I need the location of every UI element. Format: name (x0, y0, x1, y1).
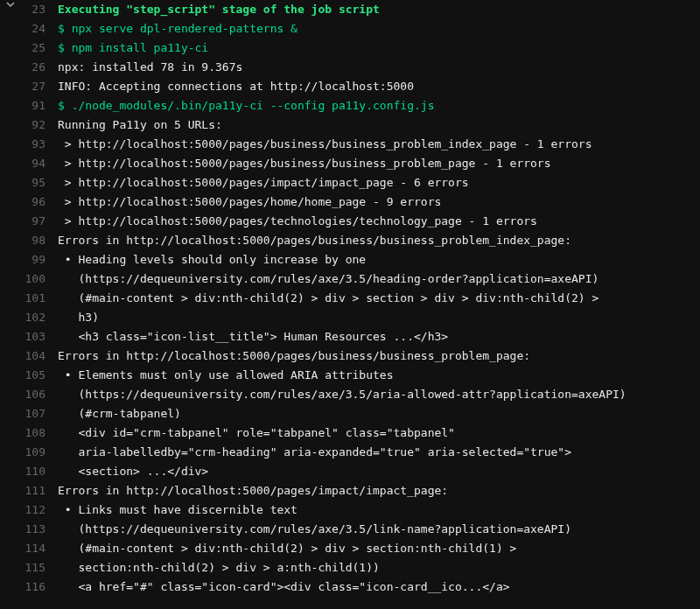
line-number: 25 (21, 38, 58, 58)
line-content: (#main-content > div:nth-child(2) > div … (58, 539, 700, 558)
log-line: 105 • Elements must only use allowed ARI… (0, 366, 700, 385)
log-line: 24$ npx serve dpl-rendered-patterns & (0, 19, 700, 38)
line-content: $ npx serve dpl-rendered-patterns & (58, 19, 700, 38)
line-content: > http://localhost:5000/pages/business/b… (58, 135, 700, 154)
log-line: 27INFO: Accepting connections at http://… (0, 77, 700, 96)
line-number: 105 (21, 366, 58, 385)
log-line: 91$ ./node_modules/.bin/pa11y-ci --confi… (0, 96, 700, 116)
line-number: 100 (21, 270, 58, 289)
log-line: 23Executing "step_script" stage of the j… (0, 0, 700, 19)
log-line: 111Errors in http://localhost:5000/pages… (0, 481, 700, 500)
line-number: 93 (21, 135, 58, 154)
line-content: (https://dequeuniversity.com/rules/axe/3… (58, 520, 700, 539)
line-content: section:nth-child(2) > div > a:nth-child… (58, 558, 700, 578)
log-line: 106 (https://dequeuniversity.com/rules/a… (0, 385, 700, 404)
line-number: 106 (21, 385, 58, 404)
line-number: 116 (21, 578, 58, 597)
line-number: 110 (21, 462, 58, 481)
line-content: > http://localhost:5000/pages/home/home_… (58, 192, 700, 212)
line-number: 101 (21, 289, 58, 308)
line-number: 111 (21, 481, 58, 500)
line-content: • Links must have discernible text (58, 500, 700, 520)
log-line: 115 section:nth-child(2) > div > a:nth-c… (0, 558, 700, 578)
line-number: 115 (21, 558, 58, 578)
line-content: <a href="#" class="icon-card"><div class… (58, 578, 700, 597)
line-content: (#crm-tabpanel) (58, 404, 700, 424)
log-line: 107 (#crm-tabpanel) (0, 404, 700, 424)
log-line: 96 > http://localhost:5000/pages/home/ho… (0, 192, 700, 212)
line-content: h3) (58, 308, 700, 327)
line-content: aria-labelledby="crm-heading" aria-expan… (58, 443, 700, 462)
line-content: INFO: Accepting connections at http://lo… (58, 77, 700, 96)
line-number: 95 (21, 173, 58, 192)
log-line: 104Errors in http://localhost:5000/pages… (0, 346, 700, 366)
log-line: 100 (https://dequeuniversity.com/rules/a… (0, 270, 700, 289)
line-number: 104 (21, 346, 58, 366)
line-number: 91 (21, 96, 58, 116)
line-number: 114 (21, 539, 58, 558)
line-content: • Heading levels should only increase by… (58, 250, 700, 270)
log-line: 99 • Heading levels should only increase… (0, 250, 700, 270)
line-number: 107 (21, 404, 58, 424)
line-number: 27 (21, 77, 58, 96)
line-content: (https://dequeuniversity.com/rules/axe/3… (58, 385, 700, 404)
line-content: > http://localhost:5000/pages/business/b… (58, 154, 700, 173)
line-content: $ npm install pa11y-ci (58, 38, 700, 58)
log-line: 114 (#main-content > div:nth-child(2) > … (0, 539, 700, 558)
line-number: 23 (21, 0, 58, 19)
log-line: 112 • Links must have discernible text (0, 500, 700, 520)
line-number: 99 (21, 250, 58, 270)
line-number: 96 (21, 192, 58, 212)
log-line: 113 (https://dequeuniversity.com/rules/a… (0, 520, 700, 539)
log-line: 98Errors in http://localhost:5000/pages/… (0, 231, 700, 250)
line-number: 102 (21, 308, 58, 327)
log-line: 102 h3) (0, 308, 700, 327)
line-number: 98 (21, 231, 58, 250)
log-line: 109 aria-labelledby="crm-heading" aria-e… (0, 443, 700, 462)
log-line: 97 > http://localhost:5000/pages/technol… (0, 212, 700, 231)
log-line: 108 <div id="crm-tabpanel" role="tabpane… (0, 424, 700, 443)
line-content: $ ./node_modules/.bin/pa11y-ci --config … (58, 96, 700, 116)
log-line: 95 > http://localhost:5000/pages/impact/… (0, 173, 700, 192)
log-line: 92Running Pa11y on 5 URLs: (0, 116, 700, 135)
log-line: 110 <section> ...</div> (0, 462, 700, 481)
line-content: npx: installed 78 in 9.367s (58, 58, 700, 77)
line-number: 26 (21, 58, 58, 77)
line-number: 113 (21, 520, 58, 539)
line-content: <h3 class="icon-list__title"> Human Reso… (58, 327, 700, 346)
line-number: 94 (21, 154, 58, 173)
line-number: 108 (21, 424, 58, 443)
line-number: 112 (21, 500, 58, 520)
line-content: (#main-content > div:nth-child(2) > div … (58, 289, 700, 308)
log-line: 103 <h3 class="icon-list__title"> Human … (0, 327, 700, 346)
line-number: 92 (21, 116, 58, 135)
line-content: Errors in http://localhost:5000/pages/im… (58, 481, 700, 500)
line-number: 97 (21, 212, 58, 231)
line-content: > http://localhost:5000/pages/technologi… (58, 212, 700, 231)
line-number: 103 (21, 327, 58, 346)
log-line: 101 (#main-content > div:nth-child(2) > … (0, 289, 700, 308)
log-line: 94 > http://localhost:5000/pages/busines… (0, 154, 700, 173)
log-line: 26npx: installed 78 in 9.367s (0, 58, 700, 77)
line-content: Executing "step_script" stage of the job… (58, 0, 700, 19)
line-content: • Elements must only use allowed ARIA at… (58, 366, 700, 385)
line-content: <div id="crm-tabpanel" role="tabpanel" c… (58, 424, 700, 443)
line-content: Errors in http://localhost:5000/pages/bu… (58, 346, 700, 366)
log-line: 116 <a href="#" class="icon-card"><div c… (0, 578, 700, 597)
line-number: 109 (21, 443, 58, 462)
chevron-down-icon[interactable] (0, 0, 21, 9)
line-content: <section> ...</div> (58, 462, 700, 481)
log-output[interactable]: 23Executing "step_script" stage of the j… (0, 0, 700, 597)
log-line: 93 > http://localhost:5000/pages/busines… (0, 135, 700, 154)
line-content: Errors in http://localhost:5000/pages/bu… (58, 231, 700, 250)
line-content: (https://dequeuniversity.com/rules/axe/3… (58, 270, 700, 289)
line-number: 24 (21, 19, 58, 38)
log-line: 25$ npm install pa11y-ci (0, 38, 700, 58)
line-content: Running Pa11y on 5 URLs: (58, 116, 700, 135)
line-content: > http://localhost:5000/pages/impact/imp… (58, 173, 700, 192)
